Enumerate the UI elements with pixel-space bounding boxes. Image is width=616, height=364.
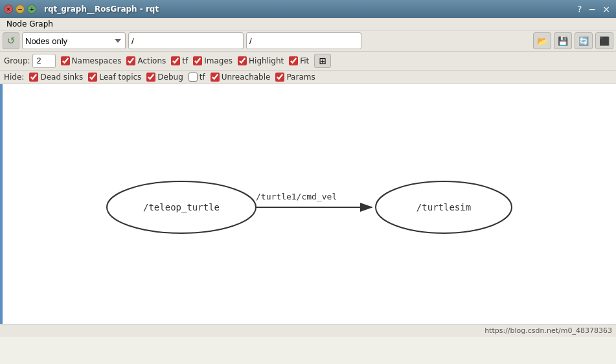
group-spinner[interactable] [32,54,56,68]
hide-label: Hide: [4,73,24,82]
graph-canvas[interactable]: /turtle1/cmd_vel /teleop_turtle /turtles… [0,84,616,337]
toolbar-row1: ↺ Nodes only Nodes/Topics (all) Nodes/To… [0,30,616,52]
toolbar-right-buttons: 📂 💾 🔄 ⬛ [533,32,613,49]
params-label: Params [286,73,315,82]
maximize-button[interactable]: + [27,5,36,14]
fullscreen-button[interactable]: ⬛ [595,32,613,49]
save-button[interactable]: 💾 [554,32,572,49]
group-label: Group: [4,56,30,65]
node-graph-menu[interactable]: Node Graph [3,18,57,30]
dash-icon[interactable]: − [587,4,599,14]
filter2-input[interactable] [246,32,361,49]
namespaces-label: Namespaces [72,56,122,65]
images-checkbox[interactable]: Images [193,56,233,65]
node-turtlesim-label: /turtlesim [416,202,471,212]
open-button[interactable]: 📂 [533,32,551,49]
status-bar: https://blog.csdn.net/m0_48378363 [0,324,616,337]
minimize-button[interactable]: − [16,5,25,14]
node-teleop-label: /teleop_turtle [143,202,220,213]
title-bar: × − + rqt_graph__RosGraph - rqt ? − × [0,0,616,18]
leaf-topics-label: Leaf topics [99,73,141,82]
unreachable-checkbox[interactable]: Unreachable [211,73,271,82]
fit-checkbox[interactable]: Fit [289,56,309,65]
display-mode-dropdown[interactable]: Nodes only Nodes/Topics (all) Nodes/Topi… [22,32,126,49]
reload-button[interactable]: 🔄 [575,32,593,49]
snapshot-button[interactable]: ⊞ [314,54,331,68]
namespaces-checkbox[interactable]: Namespaces [61,56,122,65]
params-checkbox[interactable]: Params [275,73,315,82]
actions-checkbox[interactable]: Actions [126,56,166,65]
tf-checkbox[interactable]: tf [171,56,188,65]
close-button[interactable]: × [4,5,13,14]
group-control: Group: [4,54,56,68]
refresh-button[interactable]: ↺ [3,32,19,49]
images-label: Images [204,56,233,65]
highlight-label: Highlight [249,56,284,65]
edge-label: /turtle1/cmd_vel [256,192,337,201]
highlight-checkbox[interactable]: Highlight [238,56,284,65]
unreachable-label: Unreachable [222,73,271,82]
leaf-topics-checkbox[interactable]: Leaf topics [88,73,141,82]
actions-label: Actions [137,56,166,65]
graph-svg: /turtle1/cmd_vel /teleop_turtle /turtles… [0,84,616,337]
debug-label: Debug [157,73,183,82]
help-icon[interactable]: ? [575,4,584,14]
menu-bar: Node Graph [0,18,616,30]
debug-checkbox[interactable]: Debug [146,73,183,82]
filter1-input[interactable] [128,32,244,49]
toolbar-row3: Hide: Dead sinks Leaf topics Debug tf Un… [0,71,616,84]
dead-sinks-label: Dead sinks [40,73,83,82]
window-controls[interactable]: × − + [4,5,36,14]
tf-hide-checkbox[interactable]: tf [188,73,205,82]
x-icon[interactable]: × [600,4,612,14]
title-icons: ? − × [575,4,612,14]
status-url: https://blog.csdn.net/m0_48378363 [485,326,612,335]
tf-hide-label: tf [200,73,205,82]
fit-label: Fit [300,56,309,65]
dead-sinks-checkbox[interactable]: Dead sinks [29,73,83,82]
window-title: rqt_graph__RosGraph - rqt [44,5,159,14]
toolbar-row2: Group: Namespaces Actions tf Images High… [0,52,616,71]
tf-label: tf [182,56,188,65]
